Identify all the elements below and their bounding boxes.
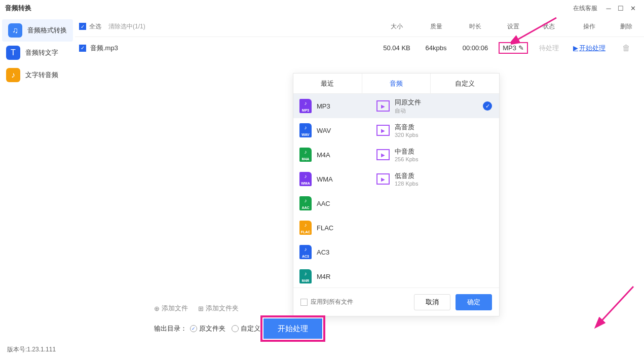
clear-selection[interactable]: 清除选中(1/1): [108, 22, 145, 31]
video-icon: ▶: [376, 173, 390, 185]
titlebar: 音频转换 在线客服 ─ ☐ ✕: [0, 0, 644, 16]
start-process-button[interactable]: 开始处理: [263, 318, 322, 339]
start-highlight: 开始处理: [260, 315, 325, 342]
col-quality: 质量: [417, 22, 455, 31]
app-title: 音频转换: [5, 4, 31, 13]
quality-high[interactable]: ▶ 高音质320 Kpbs: [369, 118, 499, 142]
folder-plus-icon: ⊞: [198, 305, 204, 312]
minimize-button[interactable]: ─: [602, 2, 615, 14]
list-header: ✓ 全选 清除选中(1/1) 大小 质量 时长 设置 状态 操作 删除: [75, 16, 644, 37]
select-all[interactable]: ✓ 全选: [79, 22, 101, 31]
video-icon: ▶: [376, 149, 390, 160]
file-duration: 00:00:06: [455, 44, 496, 52]
quality-list: ▶ 同原文件自动 ✓ ▶ 高音质320 Kpbs ▶ 中音质256 Kpbs ▶: [369, 94, 499, 288]
col-settings: 设置: [496, 22, 531, 31]
maximize-button[interactable]: ☐: [615, 2, 627, 14]
file-checkbox[interactable]: ✓: [79, 45, 86, 52]
quality-low[interactable]: ▶ 低音质128 Kpbs: [369, 167, 499, 191]
sidebar-item-audio-to-text[interactable]: T 音频转文字: [0, 42, 75, 64]
audio-to-text-icon: T: [6, 46, 20, 60]
output-custom[interactable]: 自定义: [232, 324, 260, 333]
col-duration: 时长: [455, 22, 496, 31]
col-status: 状态: [531, 22, 566, 31]
format-wma[interactable]: WMAWMA: [293, 167, 369, 191]
bottom-toolbar: ⊕添加文件 ⊞添加文件夹: [150, 298, 644, 318]
file-quality: 64kpbs: [417, 44, 455, 52]
col-operate: 操作: [566, 22, 612, 31]
plus-icon: ⊕: [154, 305, 160, 312]
format-flac[interactable]: FLACFLAC: [293, 216, 369, 240]
file-size: 50.04 KB: [376, 44, 417, 52]
sidebar-item-text-to-audio[interactable]: ♪ 文字转音频: [0, 64, 75, 86]
file-status: 待处理: [531, 44, 566, 53]
file-operate[interactable]: ▶开始处理: [566, 44, 612, 53]
file-delete[interactable]: 🗑: [612, 44, 640, 53]
format-m4r[interactable]: M4RM4R: [293, 264, 369, 288]
format-popup: 最近 音频 自定义 MP3MP3 WAVWAV M4AM4A WMAWMA AA…: [293, 73, 500, 316]
format-wav[interactable]: WAVWAV: [293, 118, 369, 142]
output-label: 输出目录：: [154, 324, 187, 333]
output-original[interactable]: 原文件夹: [190, 324, 225, 333]
format-list: MP3MP3 WAVWAV M4AM4A WMAWMA AACAAC FLACF…: [293, 94, 369, 288]
sidebar-item-audio-convert[interactable]: ♫ 音频格式转换: [2, 19, 73, 42]
file-setting[interactable]: MP3✎: [496, 42, 531, 54]
version-label: 版本号:1.23.1.111: [7, 345, 56, 354]
quality-original[interactable]: ▶ 同原文件自动 ✓: [369, 94, 499, 118]
sidebar-item-label: 文字转音频: [25, 70, 58, 80]
add-file-button[interactable]: ⊕添加文件: [154, 304, 188, 313]
quality-medium[interactable]: ▶ 中音质256 Kpbs: [369, 142, 499, 167]
file-row[interactable]: ✓ 音频.mp3 50.04 KB 64kpbs 00:00:06 MP3✎ 待…: [75, 37, 644, 59]
text-to-audio-icon: ♪: [6, 68, 20, 82]
audio-convert-icon: ♫: [8, 23, 22, 38]
sidebar-item-label: 音频格式转换: [27, 26, 67, 35]
play-icon: ▶: [573, 44, 578, 52]
tab-custom[interactable]: 自定义: [430, 74, 499, 93]
output-bar: 输出目录： 原文件夹 自定义 开始处理: [150, 318, 644, 339]
tab-recent[interactable]: 最近: [293, 74, 362, 93]
format-ac3[interactable]: AC3AC3: [293, 240, 369, 264]
add-folder-button[interactable]: ⊞添加文件夹: [198, 304, 239, 313]
col-size: 大小: [376, 22, 417, 31]
tab-audio[interactable]: 音频: [362, 74, 431, 93]
format-aac[interactable]: AACAAC: [293, 191, 369, 216]
sidebar: ♫ 音频格式转换 T 音频转文字 ♪ 文字转音频: [0, 16, 75, 347]
format-m4a[interactable]: M4AM4A: [293, 142, 369, 167]
video-icon: ▶: [376, 125, 390, 136]
file-name: 音频.mp3: [90, 44, 118, 53]
video-icon: ▶: [376, 100, 390, 112]
col-delete: 删除: [612, 22, 640, 31]
select-all-checkbox[interactable]: ✓: [79, 23, 86, 30]
close-button[interactable]: ✕: [627, 2, 639, 14]
online-support-link[interactable]: 在线客服: [573, 4, 597, 13]
format-mp3[interactable]: MP3MP3: [293, 94, 369, 118]
check-icon: ✓: [483, 101, 492, 111]
sidebar-item-label: 音频转文字: [25, 48, 58, 57]
edit-icon: ✎: [518, 44, 524, 52]
